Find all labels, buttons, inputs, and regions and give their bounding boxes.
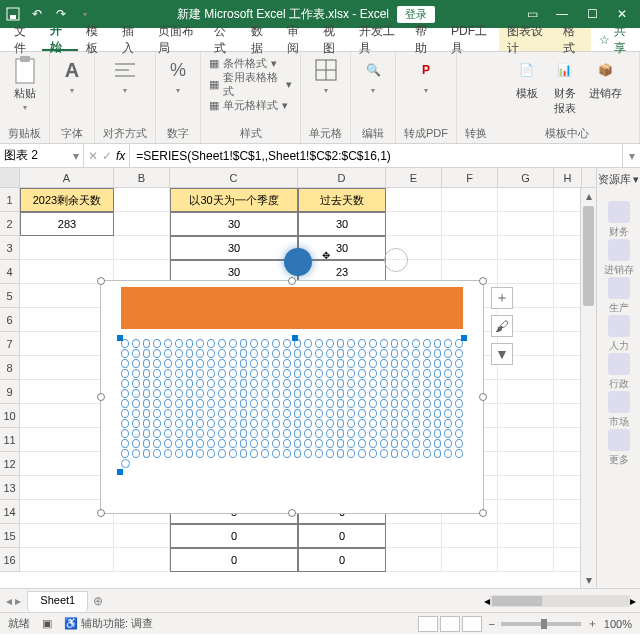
login-button[interactable]: 登录 (397, 6, 435, 23)
tab-view[interactable]: 视图 (315, 28, 351, 51)
tab-formula[interactable]: 公式 (206, 28, 242, 51)
editing-dropdown[interactable]: 🔍▾ (359, 56, 387, 95)
resource-item[interactable]: 行政 (604, 353, 634, 391)
scroll-down-icon[interactable]: ▾ (581, 572, 596, 588)
cell-D16[interactable]: 0 (298, 548, 386, 572)
series-selection-handle[interactable] (292, 335, 298, 341)
cell-G15[interactable] (498, 524, 554, 548)
minimize-icon[interactable]: — (548, 4, 576, 24)
row-header[interactable]: 6 (0, 308, 20, 332)
resize-handle[interactable] (97, 393, 105, 401)
col-header[interactable]: C (170, 168, 298, 187)
cell-H10[interactable] (554, 404, 582, 428)
cell-H15[interactable] (554, 524, 582, 548)
row-header[interactable]: 7 (0, 332, 20, 356)
resource-item[interactable]: 人力 (604, 315, 634, 353)
enter-icon[interactable]: ✓ (102, 149, 112, 163)
cell-G12[interactable] (498, 452, 554, 476)
tab-insert[interactable]: 插入 (114, 28, 150, 51)
scroll-right-icon[interactable]: ▸ (630, 594, 636, 608)
chart-object[interactable]: ＋ 🖌 ▼ (100, 280, 484, 514)
qat-dropdown-icon[interactable]: ▾ (76, 5, 94, 23)
row-header[interactable]: 14 (0, 500, 20, 524)
cell-G16[interactable] (498, 548, 554, 572)
cell-G3[interactable] (498, 236, 554, 260)
view-page-layout-button[interactable] (440, 616, 460, 632)
chart-styles-button[interactable]: 🖌 (491, 315, 513, 337)
cell-C1[interactable]: 以30天为一个季度 (170, 188, 298, 212)
cell-G4[interactable] (498, 260, 554, 284)
close-icon[interactable]: ✕ (608, 4, 636, 24)
cell-H11[interactable] (554, 428, 582, 452)
chart-filter-button[interactable]: ▼ (491, 343, 513, 365)
row-header[interactable]: 5 (0, 284, 20, 308)
cell-E16[interactable] (386, 548, 442, 572)
font-dropdown[interactable]: A▾ (58, 56, 86, 95)
cell-C16[interactable]: 0 (170, 548, 298, 572)
cell-H3[interactable] (554, 236, 582, 260)
cell-B3[interactable] (114, 236, 170, 260)
finance-button[interactable]: 📊财务 报表 (551, 56, 579, 116)
cell-F16[interactable] (442, 548, 498, 572)
sheet-nav[interactable]: ◂ ▸ (0, 589, 27, 612)
row-header[interactable]: 8 (0, 356, 20, 380)
cell-H7[interactable] (554, 332, 582, 356)
resource-item[interactable]: 市场 (604, 391, 634, 429)
cell-A1[interactable]: 2023剩余天数 (20, 188, 114, 212)
cell-A15[interactable] (20, 524, 114, 548)
maximize-icon[interactable]: ☐ (578, 4, 606, 24)
row-header[interactable]: 3 (0, 236, 20, 260)
zoom-slider[interactable] (501, 622, 581, 626)
resource-item[interactable]: 更多 (604, 429, 634, 467)
row-header[interactable]: 4 (0, 260, 20, 284)
select-all-corner[interactable] (0, 168, 20, 187)
resize-handle[interactable] (97, 509, 105, 517)
row-header[interactable]: 13 (0, 476, 20, 500)
view-normal-button[interactable] (418, 616, 438, 632)
cell-style-button[interactable]: ▦ 单元格样式 ▾ (209, 98, 292, 112)
cell-A3[interactable] (20, 236, 114, 260)
cell-H1[interactable] (554, 188, 582, 212)
paste-button[interactable]: 粘贴 ▾ (11, 56, 39, 112)
chart-elements-button[interactable]: ＋ (491, 287, 513, 309)
cell-F15[interactable] (442, 524, 498, 548)
cell-C3[interactable]: 30 (170, 236, 298, 260)
undo-icon[interactable]: ↶ (28, 5, 46, 23)
scroll-up-icon[interactable]: ▴ (581, 188, 596, 204)
save-icon[interactable] (4, 5, 22, 23)
conditional-format-button[interactable]: ▦ 条件格式 ▾ (209, 56, 292, 70)
tab-dev[interactable]: 开发工具 (351, 28, 407, 51)
row-header[interactable]: 15 (0, 524, 20, 548)
chevron-down-icon[interactable]: ▾ (73, 149, 79, 163)
col-header[interactable]: B (114, 168, 170, 187)
col-header[interactable]: D (298, 168, 386, 187)
cell-G9[interactable] (498, 380, 554, 404)
formula-bar[interactable]: =SERIES(Sheet1!$C$1,,Sheet1!$C$2:$C$16,1… (130, 144, 622, 167)
worksheet-grid[interactable]: A B C D E F G H 12023剩余天数以30天为一个季度过去天数22… (0, 168, 596, 588)
col-header[interactable]: F (442, 168, 498, 187)
resource-item[interactable]: 生产 (604, 277, 634, 315)
cell-H16[interactable] (554, 548, 582, 572)
chart-series0-category[interactable] (121, 459, 463, 471)
shape-circle[interactable] (384, 248, 408, 272)
cell-E1[interactable] (386, 188, 442, 212)
fx-icon[interactable]: fx (116, 149, 125, 163)
col-header[interactable]: G (498, 168, 554, 187)
template-button[interactable]: 📄模板 (513, 56, 541, 116)
cell-B2[interactable] (114, 212, 170, 236)
tab-template[interactable]: 模板 (78, 28, 114, 51)
cell-D15[interactable]: 0 (298, 524, 386, 548)
col-header[interactable]: H (554, 168, 582, 187)
macro-record-icon[interactable]: ▣ (42, 617, 52, 630)
tab-data[interactable]: 数据 (243, 28, 279, 51)
cell-F2[interactable] (442, 212, 498, 236)
cell-H9[interactable] (554, 380, 582, 404)
cell-H6[interactable] (554, 308, 582, 332)
cell-E2[interactable] (386, 212, 442, 236)
resize-handle[interactable] (288, 509, 296, 517)
row-header[interactable]: 9 (0, 380, 20, 404)
cell-H4[interactable] (554, 260, 582, 284)
add-sheet-button[interactable]: ⊕ (88, 589, 108, 612)
row-header[interactable]: 2 (0, 212, 20, 236)
cell-A16[interactable] (20, 548, 114, 572)
